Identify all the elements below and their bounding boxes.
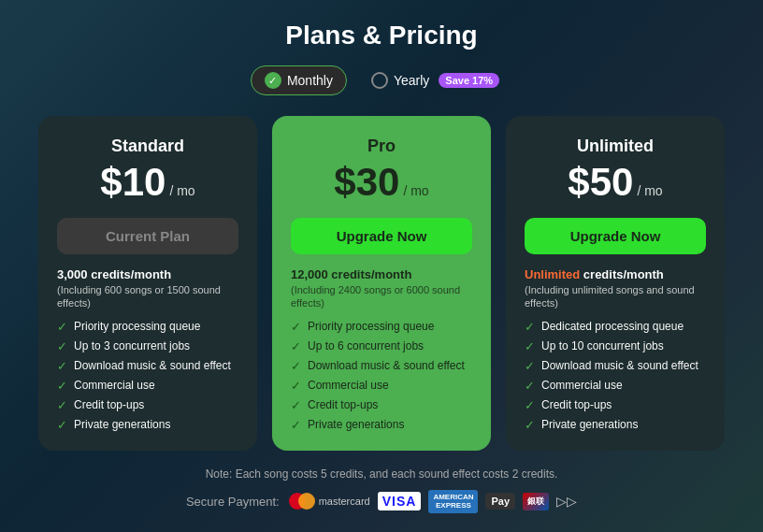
check-icon: ✓	[57, 359, 67, 373]
check-icon: ✓	[291, 398, 301, 412]
check-icon: ✓	[57, 339, 67, 353]
plans-container: Standard $10 / mo Current Plan 3,000 cre…	[12, 116, 751, 451]
list-item: ✓Priority processing queue	[57, 320, 238, 334]
pro-price-period: / mo	[403, 183, 428, 198]
pro-features-list: ✓Priority processing queue ✓Up to 6 conc…	[291, 320, 472, 432]
pro-price-row: $30 / mo	[291, 160, 472, 205]
save-badge: Save 17%	[439, 73, 499, 88]
yearly-radio-icon	[371, 72, 388, 89]
yearly-toggle[interactable]: Yearly Save 17%	[358, 66, 512, 94]
check-icon: ✓	[291, 418, 301, 432]
unlimited-price-row: $50 / mo	[525, 160, 706, 205]
list-item: ✓Priority processing queue	[291, 320, 472, 334]
standard-plan-button[interactable]: Current Plan	[57, 218, 238, 254]
check-icon: ✓	[57, 320, 67, 334]
check-icon: ✓	[525, 359, 535, 373]
unionpay-icon: 銀联	[523, 493, 549, 510]
mastercard-icon: mastercard	[289, 493, 370, 510]
payment-label: Secure Payment:	[186, 495, 280, 509]
unlimited-plan-button[interactable]: Upgrade Now	[525, 218, 706, 254]
pro-plan-name: Pro	[291, 137, 472, 156]
amex-icon: AMERICANEXPRESS	[428, 490, 478, 513]
check-icon: ✓	[57, 418, 67, 432]
visa-icon: VISA	[378, 492, 422, 510]
diners-icon: ▷▷	[556, 494, 577, 509]
yearly-label: Yearly	[394, 73, 429, 88]
check-icon: ✓	[291, 339, 301, 353]
list-item: ✓Commercial use	[57, 379, 238, 393]
standard-features-list: ✓Priority processing queue ✓Up to 3 conc…	[57, 320, 238, 432]
unlimited-price-period: / mo	[637, 183, 662, 198]
check-icon: ✓	[291, 379, 301, 393]
pro-plan-card: Pro $30 / mo Upgrade Now 12,000 credits/…	[272, 116, 491, 451]
unlimited-credits-main: Unlimited credits/month	[525, 267, 706, 281]
list-item: ✓Credit top-ups	[57, 398, 238, 412]
check-icon: ✓	[291, 320, 301, 334]
standard-credits-main: 3,000 credits/month	[57, 267, 238, 281]
list-item: ✓Private generations	[291, 418, 472, 432]
monthly-check-icon: ✓	[265, 72, 281, 89]
standard-plan-name: Standard	[57, 137, 238, 156]
check-icon: ✓	[525, 398, 535, 412]
list-item: ✓Credit top-ups	[291, 398, 472, 412]
check-icon: ✓	[57, 379, 67, 393]
pro-plan-button[interactable]: Upgrade Now	[291, 218, 472, 254]
list-item: ✓Dedicated processing queue	[525, 320, 706, 334]
list-item: ✓Download music & sound effect	[525, 359, 706, 373]
unlimited-text-highlight: Unlimited	[525, 267, 580, 281]
monthly-toggle[interactable]: ✓ Monthly	[251, 65, 347, 95]
applepay-icon: Pay	[485, 493, 515, 510]
billing-toggle: ✓ Monthly Yearly Save 17%	[251, 65, 512, 95]
check-icon: ✓	[525, 339, 535, 353]
mastercard-label: mastercard	[319, 496, 370, 507]
pro-credits-main: 12,000 credits/month	[291, 267, 472, 281]
unlimited-features-list: ✓Dedicated processing queue ✓Up to 10 co…	[525, 320, 706, 432]
list-item: ✓Up to 6 concurrent jobs	[291, 339, 472, 353]
check-icon: ✓	[525, 418, 535, 432]
unlimited-credits-sub: (Including unlimited songs and sound eff…	[525, 283, 706, 310]
page-title: Plans & Pricing	[285, 21, 477, 50]
mastercard-circle2	[298, 493, 315, 510]
payment-row: Secure Payment: mastercard VISA AMERICAN…	[186, 490, 577, 513]
check-icon: ✓	[291, 359, 301, 373]
standard-price-amount: $10	[100, 160, 166, 205]
standard-price-row: $10 / mo	[57, 160, 238, 205]
unlimited-plan-name: Unlimited	[525, 137, 706, 156]
list-item: ✓Commercial use	[291, 379, 472, 393]
unlimited-plan-card: Unlimited $50 / mo Upgrade Now Unlimited…	[506, 116, 725, 451]
list-item: ✓Up to 10 concurrent jobs	[525, 339, 706, 353]
pricing-note: Note: Each song costs 5 credits, and eac…	[206, 467, 558, 481]
list-item: ✓Commercial use	[525, 379, 706, 393]
payment-icons: mastercard VISA AMERICANEXPRESS Pay 銀联 ▷…	[289, 490, 577, 513]
list-item: ✓Credit top-ups	[525, 398, 706, 412]
check-icon: ✓	[525, 379, 535, 393]
pro-price-amount: $30	[334, 160, 399, 205]
list-item: ✓Private generations	[525, 418, 706, 432]
pro-credits-sub: (Including 2400 songs or 6000 sound effe…	[291, 283, 472, 310]
standard-price-period: / mo	[169, 183, 194, 198]
check-icon: ✓	[57, 398, 67, 412]
unlimited-price-amount: $50	[568, 160, 633, 205]
standard-plan-card: Standard $10 / mo Current Plan 3,000 cre…	[38, 116, 257, 451]
list-item: ✓Private generations	[57, 418, 238, 432]
list-item: ✓Up to 3 concurrent jobs	[57, 339, 238, 353]
check-icon: ✓	[525, 320, 535, 334]
standard-credits-sub: (Including 600 songs or 1500 sound effec…	[57, 283, 238, 310]
list-item: ✓Download music & sound effect	[57, 359, 238, 373]
list-item: ✓Download music & sound effect	[291, 359, 472, 373]
monthly-label: Monthly	[287, 73, 333, 88]
